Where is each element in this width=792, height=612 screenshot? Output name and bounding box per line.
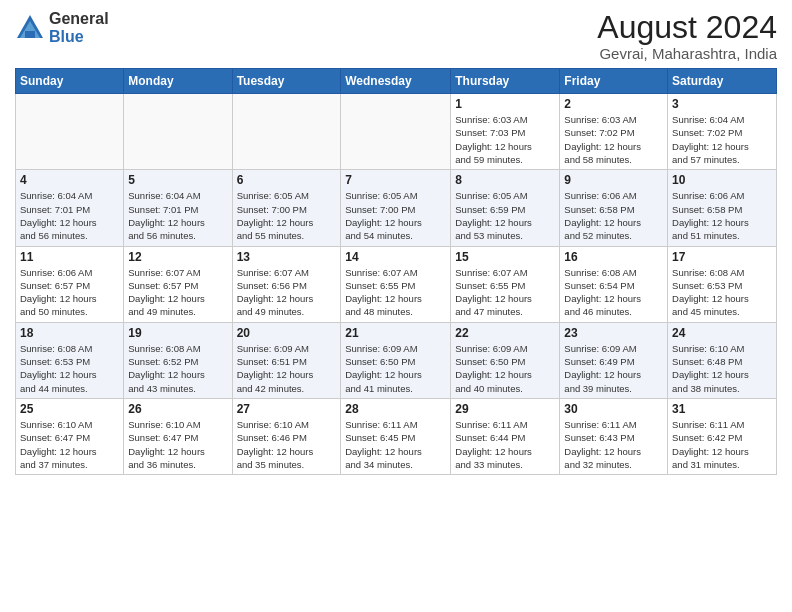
day-number: 1 [455,97,555,111]
day-number: 16 [564,250,663,264]
day-number: 30 [564,402,663,416]
calendar-cell: 1Sunrise: 6:03 AMSunset: 7:03 PMDaylight… [451,94,560,170]
calendar-cell: 29Sunrise: 6:11 AMSunset: 6:44 PMDayligh… [451,398,560,474]
day-info: Sunrise: 6:04 AMSunset: 7:01 PMDaylight:… [128,189,227,242]
day-info: Sunrise: 6:07 AMSunset: 6:55 PMDaylight:… [455,266,555,319]
calendar-cell: 30Sunrise: 6:11 AMSunset: 6:43 PMDayligh… [560,398,668,474]
calendar-cell: 7Sunrise: 6:05 AMSunset: 7:00 PMDaylight… [341,170,451,246]
calendar-cell: 15Sunrise: 6:07 AMSunset: 6:55 PMDayligh… [451,246,560,322]
day-info: Sunrise: 6:08 AMSunset: 6:53 PMDaylight:… [672,266,772,319]
day-info: Sunrise: 6:09 AMSunset: 6:50 PMDaylight:… [455,342,555,395]
day-info: Sunrise: 6:08 AMSunset: 6:53 PMDaylight:… [20,342,119,395]
weekday-header-tuesday: Tuesday [232,69,341,94]
day-number: 20 [237,326,337,340]
day-info: Sunrise: 6:07 AMSunset: 6:55 PMDaylight:… [345,266,446,319]
day-number: 17 [672,250,772,264]
subtitle: Gevrai, Maharashtra, India [597,45,777,62]
calendar-cell: 8Sunrise: 6:05 AMSunset: 6:59 PMDaylight… [451,170,560,246]
day-number: 9 [564,173,663,187]
calendar: SundayMondayTuesdayWednesdayThursdayFrid… [15,68,777,475]
day-number: 26 [128,402,227,416]
day-number: 24 [672,326,772,340]
day-info: Sunrise: 6:08 AMSunset: 6:54 PMDaylight:… [564,266,663,319]
calendar-cell [16,94,124,170]
day-number: 14 [345,250,446,264]
day-info: Sunrise: 6:03 AMSunset: 7:02 PMDaylight:… [564,113,663,166]
day-info: Sunrise: 6:11 AMSunset: 6:45 PMDaylight:… [345,418,446,471]
calendar-cell: 18Sunrise: 6:08 AMSunset: 6:53 PMDayligh… [16,322,124,398]
calendar-cell [232,94,341,170]
day-info: Sunrise: 6:05 AMSunset: 7:00 PMDaylight:… [345,189,446,242]
day-info: Sunrise: 6:10 AMSunset: 6:46 PMDaylight:… [237,418,337,471]
calendar-cell: 4Sunrise: 6:04 AMSunset: 7:01 PMDaylight… [16,170,124,246]
header: General Blue August 2024 Gevrai, Maharas… [15,10,777,62]
day-info: Sunrise: 6:06 AMSunset: 6:57 PMDaylight:… [20,266,119,319]
calendar-week-row: 11Sunrise: 6:06 AMSunset: 6:57 PMDayligh… [16,246,777,322]
day-number: 28 [345,402,446,416]
calendar-week-row: 18Sunrise: 6:08 AMSunset: 6:53 PMDayligh… [16,322,777,398]
day-number: 8 [455,173,555,187]
calendar-cell: 11Sunrise: 6:06 AMSunset: 6:57 PMDayligh… [16,246,124,322]
calendar-cell: 5Sunrise: 6:04 AMSunset: 7:01 PMDaylight… [124,170,232,246]
day-number: 13 [237,250,337,264]
calendar-cell: 23Sunrise: 6:09 AMSunset: 6:49 PMDayligh… [560,322,668,398]
day-info: Sunrise: 6:11 AMSunset: 6:42 PMDaylight:… [672,418,772,471]
calendar-cell: 6Sunrise: 6:05 AMSunset: 7:00 PMDaylight… [232,170,341,246]
logo-blue: Blue [49,28,109,46]
day-number: 29 [455,402,555,416]
day-info: Sunrise: 6:04 AMSunset: 7:02 PMDaylight:… [672,113,772,166]
day-info: Sunrise: 6:10 AMSunset: 6:47 PMDaylight:… [128,418,227,471]
day-info: Sunrise: 6:11 AMSunset: 6:44 PMDaylight:… [455,418,555,471]
day-number: 3 [672,97,772,111]
day-number: 22 [455,326,555,340]
day-number: 18 [20,326,119,340]
calendar-cell: 22Sunrise: 6:09 AMSunset: 6:50 PMDayligh… [451,322,560,398]
calendar-cell: 12Sunrise: 6:07 AMSunset: 6:57 PMDayligh… [124,246,232,322]
calendar-cell: 28Sunrise: 6:11 AMSunset: 6:45 PMDayligh… [341,398,451,474]
day-info: Sunrise: 6:07 AMSunset: 6:57 PMDaylight:… [128,266,227,319]
weekday-header-wednesday: Wednesday [341,69,451,94]
day-info: Sunrise: 6:10 AMSunset: 6:47 PMDaylight:… [20,418,119,471]
logo-icon [15,13,45,43]
day-number: 19 [128,326,227,340]
day-info: Sunrise: 6:09 AMSunset: 6:51 PMDaylight:… [237,342,337,395]
day-number: 4 [20,173,119,187]
day-number: 31 [672,402,772,416]
day-number: 11 [20,250,119,264]
day-number: 10 [672,173,772,187]
day-info: Sunrise: 6:03 AMSunset: 7:03 PMDaylight:… [455,113,555,166]
day-number: 15 [455,250,555,264]
logo-text: General Blue [49,10,109,45]
title-block: August 2024 Gevrai, Maharashtra, India [597,10,777,62]
calendar-cell: 24Sunrise: 6:10 AMSunset: 6:48 PMDayligh… [668,322,777,398]
calendar-cell: 19Sunrise: 6:08 AMSunset: 6:52 PMDayligh… [124,322,232,398]
calendar-cell: 14Sunrise: 6:07 AMSunset: 6:55 PMDayligh… [341,246,451,322]
calendar-cell: 31Sunrise: 6:11 AMSunset: 6:42 PMDayligh… [668,398,777,474]
day-info: Sunrise: 6:06 AMSunset: 6:58 PMDaylight:… [672,189,772,242]
weekday-header-saturday: Saturday [668,69,777,94]
logo-general: General [49,10,109,28]
day-info: Sunrise: 6:09 AMSunset: 6:49 PMDaylight:… [564,342,663,395]
calendar-cell: 17Sunrise: 6:08 AMSunset: 6:53 PMDayligh… [668,246,777,322]
weekday-header-thursday: Thursday [451,69,560,94]
calendar-cell: 21Sunrise: 6:09 AMSunset: 6:50 PMDayligh… [341,322,451,398]
main-title: August 2024 [597,10,777,45]
calendar-week-row: 1Sunrise: 6:03 AMSunset: 7:03 PMDaylight… [16,94,777,170]
calendar-cell: 2Sunrise: 6:03 AMSunset: 7:02 PMDaylight… [560,94,668,170]
calendar-cell: 25Sunrise: 6:10 AMSunset: 6:47 PMDayligh… [16,398,124,474]
day-info: Sunrise: 6:05 AMSunset: 6:59 PMDaylight:… [455,189,555,242]
day-number: 7 [345,173,446,187]
day-info: Sunrise: 6:06 AMSunset: 6:58 PMDaylight:… [564,189,663,242]
calendar-cell: 9Sunrise: 6:06 AMSunset: 6:58 PMDaylight… [560,170,668,246]
calendar-cell: 3Sunrise: 6:04 AMSunset: 7:02 PMDaylight… [668,94,777,170]
day-number: 2 [564,97,663,111]
day-number: 6 [237,173,337,187]
calendar-week-row: 4Sunrise: 6:04 AMSunset: 7:01 PMDaylight… [16,170,777,246]
weekday-header-monday: Monday [124,69,232,94]
calendar-header-row: SundayMondayTuesdayWednesdayThursdayFrid… [16,69,777,94]
calendar-cell: 20Sunrise: 6:09 AMSunset: 6:51 PMDayligh… [232,322,341,398]
day-number: 27 [237,402,337,416]
day-info: Sunrise: 6:09 AMSunset: 6:50 PMDaylight:… [345,342,446,395]
weekday-header-sunday: Sunday [16,69,124,94]
day-info: Sunrise: 6:05 AMSunset: 7:00 PMDaylight:… [237,189,337,242]
